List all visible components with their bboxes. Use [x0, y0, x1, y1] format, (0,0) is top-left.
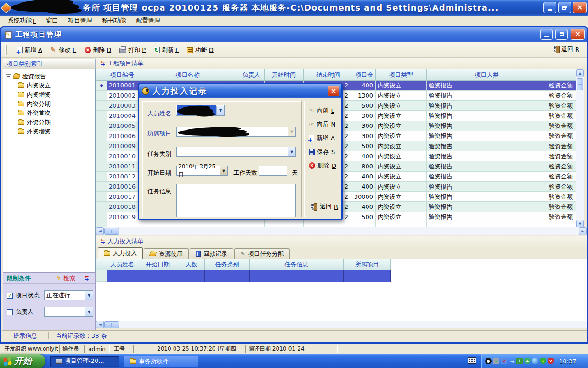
header-extra[interactable] [547, 69, 576, 80]
type-cell[interactable]: 内资设立 [376, 80, 427, 91]
extra-cell[interactable]: 验资金额 [547, 182, 576, 192]
chevron-down-icon[interactable]: ▼ [288, 147, 295, 156]
delete-button[interactable]: 删除D [85, 46, 111, 54]
header-person[interactable]: 人员姓名 [107, 259, 137, 270]
sync-arrows-icon[interactable]: ←→ [85, 276, 89, 281]
tree-item[interactable]: 外资增资 [6, 127, 95, 136]
row-selector-cell[interactable] [96, 111, 107, 121]
extra-cell[interactable]: 验资金额 [547, 192, 576, 202]
menu-project[interactable]: 项目管理 [63, 16, 97, 26]
scrollbar-thumb[interactable] [104, 321, 119, 328]
dialog-close-button[interactable]: × [328, 86, 339, 96]
category-cell[interactable]: 验资报告 [427, 80, 547, 91]
row-selector-cell[interactable] [96, 131, 107, 141]
project-id-cell[interactable]: 2010017 [107, 192, 137, 202]
row-selector-cell[interactable] [96, 192, 107, 202]
type-cell[interactable]: 内资设立 [376, 91, 427, 101]
extra-cell[interactable]: 验资金额 [547, 172, 576, 182]
horizontal-scrollbar[interactable]: ◄ ► [96, 227, 587, 235]
category-cell[interactable]: 验资报告 [427, 121, 547, 131]
category-cell[interactable]: 验资报告 [427, 131, 547, 141]
antivirus-shield-icon[interactable]: + [524, 358, 531, 364]
tree-item[interactable]: 内资分期 [6, 99, 95, 109]
type-cell[interactable]: 内资设立 [376, 182, 427, 192]
project-id-cell[interactable]: 2010002 [107, 91, 137, 101]
header-project[interactable]: 所属项目 [344, 259, 391, 270]
amount-cell[interactable]: 300 [353, 131, 376, 141]
amount-cell[interactable]: 400 [353, 80, 376, 91]
alert-shield-icon[interactable]: × [548, 358, 554, 364]
header-type[interactable]: 项目类型 [376, 69, 427, 80]
project-id-cell[interactable]: 2010003 [107, 101, 137, 111]
language-keyboard-icon[interactable] [468, 357, 476, 364]
project-id-cell[interactable]: 2010006 [107, 131, 137, 141]
extra-cell[interactable]: 验资金额 [547, 202, 576, 212]
row-selector-cell[interactable] [96, 202, 107, 212]
security-shield-icon[interactable]: ϟ [540, 358, 546, 364]
category-cell[interactable]: 验资报告 [427, 182, 547, 192]
scroll-left-icon[interactable]: ◄ [96, 227, 104, 235]
project-id-cell[interactable]: 2010011 [107, 161, 137, 172]
category-cell[interactable]: 验资报告 [427, 161, 547, 172]
type-cell[interactable]: 内资设立 [376, 212, 427, 222]
header-project-name[interactable]: 项目名称 [137, 69, 238, 80]
type-cell[interactable]: 内资设立 [376, 192, 427, 202]
mdi-close-button[interactable]: × [571, 29, 585, 40]
task-type-combobox[interactable]: ▼ [176, 147, 296, 157]
extra-cell[interactable]: 验资金额 [547, 80, 576, 91]
manager-combobox[interactable]: ▼ [44, 307, 93, 317]
chevron-down-icon[interactable]: ▼ [85, 291, 93, 300]
scroll-left-icon[interactable]: ◄ [96, 321, 104, 328]
scrollbar-thumb[interactable] [104, 228, 119, 235]
extra-cell[interactable]: 验资金额 [547, 151, 576, 161]
row-selector-cell[interactable] [96, 212, 107, 222]
extra-cell[interactable]: 验资金额 [547, 161, 576, 172]
delete-button[interactable]: 删除D [304, 160, 340, 172]
type-cell[interactable]: 内资设立 [376, 202, 427, 212]
header-days[interactable]: 天数 [178, 259, 205, 270]
extra-cell[interactable]: 验资金额 [547, 121, 576, 131]
tree-item[interactable]: 内资设立 [6, 81, 95, 90]
extra-cell[interactable]: 验资金额 [547, 91, 576, 101]
amount-cell[interactable]: 300 [353, 121, 376, 131]
project-id-cell[interactable]: 2010012 [107, 172, 137, 182]
chevron-down-icon[interactable]: ▼ [85, 307, 93, 316]
minimize-button[interactable] [543, 2, 556, 13]
audio-device-icon[interactable]: » [493, 358, 499, 364]
category-cell[interactable]: 验资报告 [427, 202, 547, 212]
return-button[interactable]: 返回R [306, 201, 338, 213]
header-manager[interactable]: 负责人 [238, 69, 265, 80]
extra-cell[interactable]: 验资金额 [547, 131, 576, 141]
amount-cell[interactable]: 400 [353, 172, 376, 182]
amount-cell[interactable]: 400 [353, 202, 376, 212]
vertical-scrollbar[interactable]: ▲ ▼ [576, 69, 584, 228]
amount-cell[interactable]: 400 [353, 151, 376, 161]
update-utility-icon[interactable]: ↓ [516, 358, 523, 364]
start-date-picker[interactable]: 2010年 3月25日 ▼ [176, 166, 228, 176]
tab-manpower[interactable]: 人力投入 [98, 247, 143, 259]
new-button[interactable]: 新增A [17, 46, 42, 54]
new-button[interactable]: 新增A [304, 132, 340, 144]
menu-system[interactable]: 系统功能F [3, 16, 41, 26]
amount-cell[interactable]: 800 [353, 161, 376, 172]
amount-cell[interactable]: 300 [353, 111, 376, 121]
category-cell[interactable]: 验资报告 [427, 212, 547, 222]
tree-item[interactable]: 外资首次 [6, 109, 95, 118]
type-cell[interactable]: 内资设立 [376, 151, 427, 161]
chevron-down-icon[interactable]: ▼ [216, 106, 224, 115]
row-selector-cell[interactable]: ◆ [96, 80, 107, 91]
type-cell[interactable]: 内资设立 [376, 141, 427, 151]
status-combobox[interactable]: 正在进行▼ [44, 290, 93, 300]
restore-button[interactable] [558, 2, 571, 13]
scroll-up-icon[interactable]: ▲ [576, 69, 584, 77]
previous-button[interactable]: ☜向前L [304, 104, 340, 116]
amount-cell[interactable]: 30000 [353, 192, 376, 202]
taskbar-task-office[interactable]: 事务所软件 [124, 356, 198, 367]
header-task-type[interactable]: 任务类别 [205, 259, 250, 270]
menu-secretary[interactable]: 秘书功能 [97, 16, 131, 26]
qq-messenger-icon[interactable] [485, 358, 492, 364]
function-button[interactable]: 功能O [187, 46, 213, 54]
collapse-icon[interactable]: − [6, 74, 11, 79]
category-cell[interactable]: 验资报告 [427, 101, 547, 111]
row-selector-cell[interactable] [96, 91, 107, 101]
